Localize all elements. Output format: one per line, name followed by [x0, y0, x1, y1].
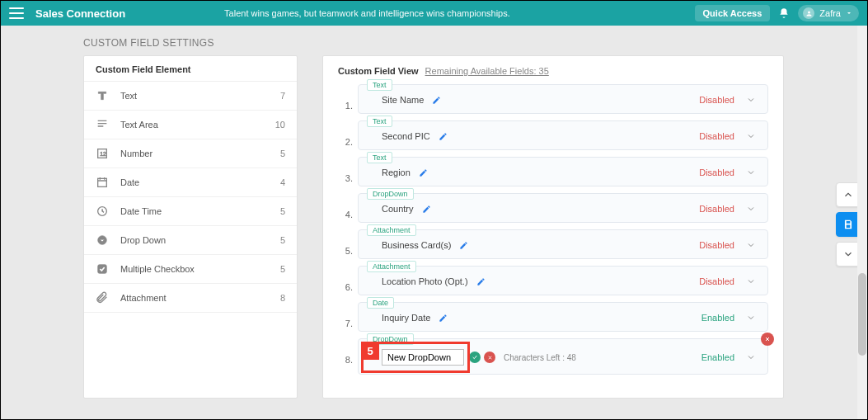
- right-panel-title: Custom Field View: [338, 66, 419, 76]
- element-label: Text: [120, 91, 280, 101]
- chevron-down-icon[interactable]: [746, 131, 756, 141]
- element-count: 5: [280, 264, 285, 274]
- edit-icon[interactable]: [439, 132, 448, 141]
- quick-access-button[interactable]: Quick Access: [695, 5, 771, 21]
- svg-text:12: 12: [100, 151, 106, 157]
- field-row: 6.AttachmentLocation Photo (Opt.)Disable…: [338, 266, 768, 295]
- field-number: 8.: [338, 338, 353, 365]
- menu-icon[interactable]: [9, 7, 24, 19]
- field-row: 3.TextRegionDisabled: [338, 157, 768, 186]
- field-card: AttachmentLocation Photo (Opt.)Disabled: [358, 266, 768, 295]
- field-number: 5.: [338, 229, 353, 256]
- edit-icon[interactable]: [459, 241, 468, 250]
- field-type-tag: Attachment: [367, 224, 416, 236]
- field-number: 2.: [338, 120, 353, 147]
- chars-left: Characters Left : 48: [504, 353, 576, 362]
- element-count: 5: [280, 206, 285, 216]
- field-row: 8.DropDownCharacters Left : 48Enabled: [338, 338, 768, 375]
- field-name: Location Photo (Opt.): [382, 276, 468, 286]
- field-type-tag: Text: [367, 152, 392, 163]
- page-title: CUSTOM FIELD SETTINGS: [1, 26, 867, 55]
- field-card: AttachmentBusiness Card(s)Disabled: [358, 229, 768, 259]
- tagline: Talent wins games, but teamwork and inte…: [224, 8, 510, 18]
- element-textarea[interactable]: Text Area10: [84, 111, 297, 139]
- field-row: 5.AttachmentBusiness Card(s)Disabled: [338, 229, 768, 259]
- field-card: DropDownCountryDisabled: [358, 193, 768, 223]
- field-type-tag: DropDown: [367, 188, 414, 200]
- element-count: 5: [280, 149, 285, 158]
- field-type-tag: Text: [367, 79, 392, 91]
- chevron-down-icon[interactable]: [746, 352, 756, 362]
- element-label: Multiple Checkbox: [120, 264, 280, 274]
- field-row: 4.DropDownCountryDisabled: [338, 193, 768, 223]
- svg-rect-2: [98, 178, 107, 186]
- field-number: 6.: [338, 266, 353, 292]
- avatar-icon: [803, 7, 814, 19]
- element-datetime[interactable]: Date Time5: [84, 197, 297, 226]
- cancel-icon[interactable]: [484, 352, 495, 363]
- chevron-down-icon[interactable]: [746, 313, 756, 323]
- element-label: Drop Down: [120, 235, 280, 245]
- element-count: 7: [280, 91, 285, 101]
- field-name: Business Card(s): [382, 240, 451, 250]
- custom-field-view-panel: Custom Field View Remaining Available Fi…: [322, 55, 784, 399]
- chevron-down-icon[interactable]: [746, 168, 756, 177]
- scrollbar[interactable]: [857, 26, 867, 419]
- field-row: 7.DateInquiry DateEnabled: [338, 302, 768, 332]
- element-count: 8: [280, 293, 285, 303]
- element-label: Date: [120, 177, 280, 187]
- field-card: DateInquiry DateEnabled: [358, 302, 768, 332]
- field-row: 1.TextSite NameDisabled: [338, 84, 768, 114]
- field-name: Country: [382, 204, 414, 214]
- field-number: 4.: [338, 193, 353, 219]
- element-label: Attachment: [120, 293, 280, 303]
- field-status: Disabled: [699, 240, 734, 250]
- edit-icon[interactable]: [476, 277, 486, 286]
- element-attachment[interactable]: Attachment8: [84, 284, 297, 313]
- edit-icon[interactable]: [422, 205, 431, 214]
- element-count: 5: [280, 235, 285, 245]
- remaining-fields-link[interactable]: Remaining Available Fields: 35: [425, 66, 549, 76]
- field-type-tag: DropDown: [367, 333, 414, 345]
- field-row: 2.TextSecond PICDisabled: [338, 120, 768, 150]
- field-type-tag: Text: [367, 116, 392, 127]
- element-dropdown[interactable]: Drop Down5: [84, 226, 297, 255]
- user-name: Zafra: [819, 8, 841, 18]
- chevron-down-icon[interactable]: [746, 276, 756, 286]
- brand: Sales Connection: [35, 7, 125, 20]
- field-name: Inquiry Date: [382, 313, 430, 323]
- chevron-down-icon[interactable]: [746, 204, 756, 214]
- element-count: 10: [275, 120, 285, 130]
- bell-icon[interactable]: [778, 7, 790, 19]
- element-text[interactable]: Text7: [84, 82, 297, 111]
- chevron-down-icon[interactable]: [746, 240, 756, 250]
- confirm-icon[interactable]: [469, 352, 481, 363]
- field-status: Disabled: [699, 276, 734, 286]
- chevron-down-icon[interactable]: [746, 95, 756, 105]
- field-card: TextSite NameDisabled: [358, 84, 768, 114]
- edit-icon[interactable]: [439, 314, 448, 323]
- field-status: Disabled: [699, 131, 734, 141]
- delete-field-icon[interactable]: [761, 333, 774, 346]
- element-checkbox[interactable]: Multiple Checkbox5: [84, 255, 297, 284]
- field-name-input[interactable]: [382, 349, 464, 366]
- field-status: Disabled: [699, 204, 734, 214]
- field-type-tag: Attachment: [367, 261, 416, 272]
- element-label: Date Time: [120, 206, 280, 216]
- custom-field-element-panel: Custom Field Element Text7Text Area1012N…: [83, 55, 298, 399]
- edit-icon[interactable]: [419, 168, 428, 177]
- field-type-tag: Date: [367, 297, 394, 309]
- topbar: Sales Connection Talent wins games, but …: [1, 1, 867, 26]
- edit-icon[interactable]: [432, 96, 441, 105]
- field-card: DropDownCharacters Left : 48Enabled: [358, 338, 768, 375]
- field-status: Enabled: [701, 313, 734, 323]
- field-status: Disabled: [699, 95, 734, 105]
- user-menu[interactable]: Zafra: [798, 5, 859, 21]
- chevron-down-icon: [846, 10, 852, 17]
- element-number[interactable]: 12Number5: [84, 139, 297, 168]
- element-date[interactable]: Date4: [84, 168, 297, 197]
- field-status: Enabled: [701, 352, 734, 362]
- field-number: 3.: [338, 157, 353, 183]
- field-name: Second PIC: [382, 131, 430, 141]
- field-card: TextSecond PICDisabled: [358, 120, 768, 150]
